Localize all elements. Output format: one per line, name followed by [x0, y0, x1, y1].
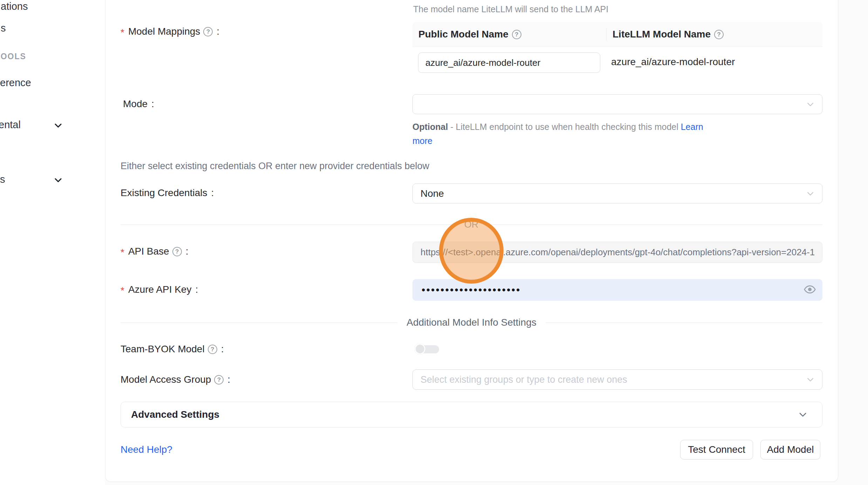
azure-api-key-field	[412, 279, 822, 301]
model-mappings-table-header: Public Model Name ? LiteLLM Model Name ?	[412, 22, 822, 47]
public-model-name-input[interactable]	[418, 53, 600, 73]
team-byok-label: Team-BYOK Model ? :	[121, 343, 224, 355]
column-header-litellm-model-name: LiteLLM Model Name ?	[607, 29, 724, 40]
azure-api-key-input[interactable]	[412, 279, 780, 301]
help-icon[interactable]: ?	[512, 30, 521, 39]
model-access-group-select[interactable]: Select existing groups or type to create…	[412, 369, 822, 390]
learn-more-link[interactable]: more	[412, 136, 432, 146]
required-asterisk: *	[121, 284, 124, 297]
need-help-link[interactable]: Need Help?	[121, 443, 172, 456]
toggle-password-visibility-button[interactable]	[804, 283, 816, 297]
existing-credentials-select[interactable]: None	[412, 183, 822, 203]
chevron-down-icon	[806, 99, 815, 109]
required-asterisk: *	[121, 246, 124, 259]
model-name-help-text: The model name LiteLLM will send to the …	[413, 2, 608, 16]
help-icon[interactable]: ?	[214, 375, 224, 384]
advanced-settings-panel[interactable]: Advanced Settings	[121, 402, 822, 428]
table-row	[418, 53, 600, 73]
help-icon[interactable]: ?	[208, 345, 217, 354]
column-divider	[606, 28, 607, 41]
mode-help-text: Optional - LiteLLM endpoint to use when …	[412, 120, 703, 148]
model-access-group-placeholder: Select existing groups or type to create…	[421, 374, 627, 385]
model-mappings-label: * Model Mappings ? :	[121, 25, 219, 38]
toggle-knob	[415, 344, 425, 354]
existing-credentials-label: Existing Credentials :	[121, 187, 214, 199]
mode-select[interactable]	[412, 94, 822, 114]
credentials-note: Either select existing credentials OR en…	[121, 160, 429, 172]
chevron-down-icon	[798, 409, 808, 420]
api-base-label: * API Base ? :	[121, 245, 188, 258]
additional-model-info-divider: Additional Model Info Settings	[121, 316, 822, 329]
model-access-group-label: Model Access Group ? :	[121, 373, 230, 386]
help-icon[interactable]: ?	[203, 27, 213, 36]
team-byok-toggle[interactable]	[415, 344, 439, 355]
chevron-down-icon	[806, 375, 815, 384]
mode-label: Mode :	[123, 98, 154, 110]
litellm-model-name-value: azure_ai/azure-model-router	[611, 56, 735, 68]
add-model-button[interactable]: Add Model	[760, 440, 820, 459]
help-icon[interactable]: ?	[714, 30, 724, 39]
or-divider-label: OR	[458, 218, 485, 231]
column-header-public-model-name: Public Model Name ?	[412, 29, 607, 40]
api-base-input[interactable]	[412, 242, 822, 263]
required-asterisk: *	[121, 26, 124, 39]
help-icon[interactable]: ?	[172, 247, 182, 256]
azure-api-key-label: * Azure API Key :	[121, 283, 198, 296]
eye-icon	[804, 283, 816, 297]
chevron-down-icon	[806, 189, 815, 198]
learn-more-link[interactable]: Learn	[681, 122, 703, 132]
test-connect-button[interactable]: Test Connect	[680, 440, 753, 459]
